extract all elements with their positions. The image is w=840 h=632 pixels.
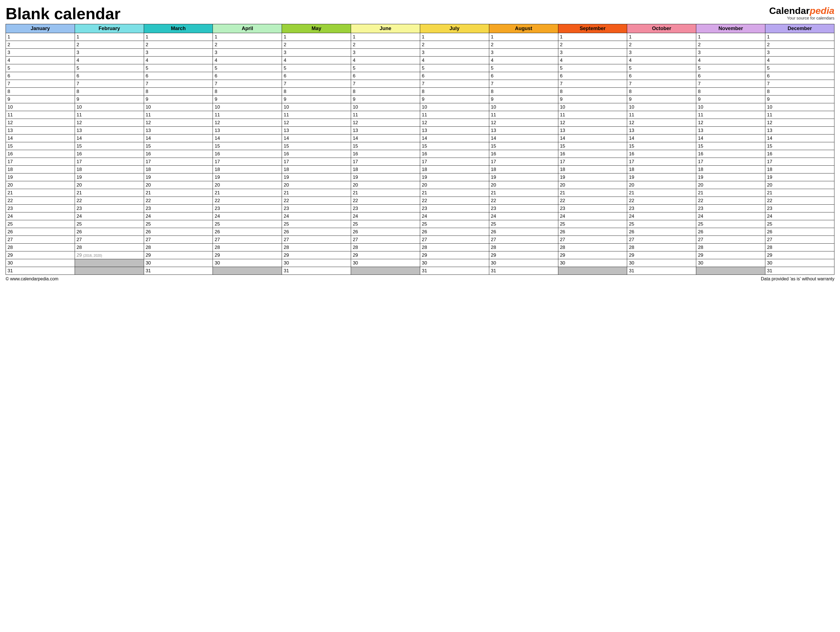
day-cell xyxy=(558,267,627,275)
day-cell: 14 xyxy=(144,134,213,142)
day-cell: 22 xyxy=(75,197,144,205)
day-cell: 5 xyxy=(144,64,213,72)
day-cell: 4 xyxy=(75,57,144,64)
day-row: 262626262626262626262626 xyxy=(6,228,834,236)
day-cell: 28 xyxy=(765,244,834,251)
day-cell: 14 xyxy=(351,134,420,142)
day-cell: 20 xyxy=(6,181,75,189)
day-cell: 12 xyxy=(765,119,834,127)
day-cell: 10 xyxy=(6,103,75,111)
month-header-april: April xyxy=(213,24,282,33)
day-cell: 13 xyxy=(6,127,75,134)
day-cell: 15 xyxy=(282,142,351,150)
day-cell: 10 xyxy=(420,103,489,111)
day-cell: 10 xyxy=(75,103,144,111)
day-cell: 9 xyxy=(765,96,834,103)
day-cell: 23 xyxy=(213,205,282,213)
day-cell: 6 xyxy=(627,72,696,80)
day-row: 212121212121212121212121 xyxy=(6,189,834,197)
day-cell: 9 xyxy=(627,96,696,103)
day-cell: 19 xyxy=(558,173,627,181)
day-cell: 4 xyxy=(765,57,834,64)
day-cell: 9 xyxy=(489,96,558,103)
month-header-march: March xyxy=(144,24,213,33)
day-cell: 18 xyxy=(75,165,144,173)
day-cell: 22 xyxy=(765,197,834,205)
day-cell: 23 xyxy=(696,205,765,213)
day-cell: 19 xyxy=(6,173,75,181)
day-row: 222222222222222222222222 xyxy=(6,197,834,205)
day-row: 131313131313131313131313 xyxy=(6,127,834,134)
day-cell: 3 xyxy=(75,49,144,57)
day-cell: 3 xyxy=(144,49,213,57)
day-cell: 9 xyxy=(420,96,489,103)
day-cell: 13 xyxy=(213,127,282,134)
month-header-october: October xyxy=(627,24,696,33)
day-cell: 22 xyxy=(696,197,765,205)
day-cell: 1 xyxy=(6,33,75,41)
day-cell: 27 xyxy=(75,236,144,244)
day-row: 191919191919191919191919 xyxy=(6,173,834,181)
day-row: 272727272727272727272727 xyxy=(6,236,834,244)
month-header-february: February xyxy=(75,24,144,33)
day-cell: 23 xyxy=(765,205,834,213)
day-cell: 29 xyxy=(282,251,351,259)
day-cell: 12 xyxy=(144,119,213,127)
day-cell: 1 xyxy=(489,33,558,41)
day-cell: 14 xyxy=(765,134,834,142)
day-cell: 8 xyxy=(627,88,696,96)
day-cell: 7 xyxy=(6,80,75,88)
day-cell: 12 xyxy=(213,119,282,127)
day-cell: 7 xyxy=(696,80,765,88)
day-cell: 4 xyxy=(489,57,558,64)
day-cell: 8 xyxy=(351,88,420,96)
day-cell: 9 xyxy=(282,96,351,103)
day-cell: 12 xyxy=(489,119,558,127)
day-cell: 20 xyxy=(75,181,144,189)
day-cell: 24 xyxy=(696,213,765,220)
day-cell: 27 xyxy=(420,236,489,244)
day-row: 111111111111 xyxy=(6,33,834,41)
day-cell: 17 xyxy=(420,158,489,165)
day-cell: 29 xyxy=(351,251,420,259)
day-cell: 9 xyxy=(75,96,144,103)
day-cell: 15 xyxy=(765,142,834,150)
day-cell: 31 xyxy=(282,267,351,275)
day-cell: 15 xyxy=(696,142,765,150)
day-cell: 11 xyxy=(213,111,282,119)
day-cell: 21 xyxy=(696,189,765,197)
day-cell: 23 xyxy=(144,205,213,213)
day-cell: 2 xyxy=(213,41,282,49)
day-cell: 20 xyxy=(282,181,351,189)
day-cell: 3 xyxy=(6,49,75,57)
day-cell: 10 xyxy=(351,103,420,111)
day-cell: 1 xyxy=(627,33,696,41)
day-cell: 20 xyxy=(558,181,627,189)
day-cell: 4 xyxy=(558,57,627,64)
day-cell: 15 xyxy=(144,142,213,150)
day-cell: 20 xyxy=(765,181,834,189)
day-cell: 25 xyxy=(282,220,351,228)
day-cell: 6 xyxy=(144,72,213,80)
day-cell: 25 xyxy=(213,220,282,228)
day-cell: 24 xyxy=(420,213,489,220)
day-cell: 7 xyxy=(558,80,627,88)
day-cell: 29 xyxy=(627,251,696,259)
day-cell: 14 xyxy=(489,134,558,142)
day-cell: 5 xyxy=(627,64,696,72)
day-cell: 19 xyxy=(489,173,558,181)
day-cell: 31 xyxy=(627,267,696,275)
day-cell: 2 xyxy=(351,41,420,49)
day-cell: 23 xyxy=(420,205,489,213)
day-cell xyxy=(75,259,144,267)
day-cell: 20 xyxy=(351,181,420,189)
day-cell: 29 xyxy=(6,251,75,259)
day-cell: 28 xyxy=(351,244,420,251)
month-header-december: December xyxy=(765,24,834,33)
day-cell: 3 xyxy=(282,49,351,57)
day-cell: 30 xyxy=(282,259,351,267)
day-cell: 18 xyxy=(420,165,489,173)
day-cell: 2 xyxy=(75,41,144,49)
day-cell: 13 xyxy=(282,127,351,134)
day-cell: 21 xyxy=(282,189,351,197)
